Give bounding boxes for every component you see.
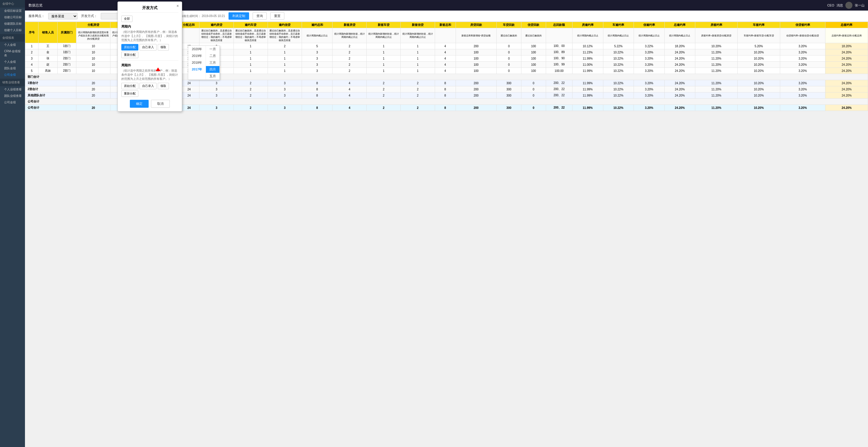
- th-house-back: 房贷回款: [456, 22, 496, 28]
- sidebar-item-personal[interactable]: 个人金绩: [0, 42, 25, 48]
- date-year-2020[interactable]: 2020年: [188, 46, 206, 53]
- modal-week-inside-btns: 原始分配 自己录入 领取 重新分配: [121, 44, 178, 58]
- date-month-col: 一月 二月 三月 四月 五月: [206, 46, 219, 79]
- th-car-overdue-rate: 车逾约率: [603, 22, 634, 28]
- th-new-credit: 新签信贷: [401, 22, 435, 28]
- modal-outside-btn-ziji[interactable]: 自己录入: [140, 83, 157, 89]
- th-house-sign-rate: 房签约率: [695, 22, 738, 28]
- modal-outside-btn-lingqu[interactable]: 领取: [158, 83, 169, 89]
- header-role: CEO: [827, 3, 834, 7]
- desc-new-car: 统计周期内新增的转道，统计周期内截止日止: [367, 28, 401, 43]
- date-month-3[interactable]: 三月: [206, 59, 219, 66]
- dev-mode-label: 开发方式：: [81, 14, 97, 18]
- sidebar-item-crm-report[interactable]: CRM-金绩报表: [0, 48, 25, 59]
- desc-credit-overdue-rate: 统计周期内截止日止: [634, 28, 665, 43]
- sidebar-item-create-company[interactable]: 创建公司目标: [0, 14, 25, 21]
- modal-cancel-btn[interactable]: 取消: [151, 100, 170, 108]
- date-month-5[interactable]: 五月: [206, 73, 219, 79]
- modal-week-outside-title: 周期外: [121, 63, 178, 68]
- th-car-back: 车贷回款: [497, 22, 521, 28]
- modal-close-btn[interactable]: ×: [177, 3, 179, 8]
- desc-total-back: [546, 28, 572, 43]
- date-month-2[interactable]: 二月: [206, 53, 219, 59]
- th-dept: 所属部门: [57, 22, 76, 43]
- header-right: CEO 消息 张一山: [827, 2, 865, 9]
- modal-all-btn[interactable]: 全部: [121, 15, 132, 22]
- th-overdue-credit: 逾约信贷: [268, 22, 302, 28]
- desc-overdue-house: 通过自己触发的，且是通过自动转道或手动录的，且已是新增但过：我的逾约：不考虑审核…: [199, 28, 234, 43]
- th-overdue-house: 逾约房贷: [199, 22, 234, 28]
- desc-overdue-total: 统计周期内截止日止: [302, 28, 333, 43]
- sidebar-item-personal-sales[interactable]: 个人业绩查看: [0, 86, 25, 93]
- date-year-2018[interactable]: 2018年: [188, 59, 206, 66]
- sidebar: 金绩中心 金绩目标设置 创建公司目标 创建团队目标 创建个人目标 金绩报表 个人…: [0, 0, 25, 111]
- header-name: 张一山: [855, 3, 865, 8]
- sidebar-group-report: 金绩报表 个人金绩 CRM-金绩报表 个人金绩 团队金绩 公司金绩: [0, 34, 25, 78]
- sidebar-item-target-setup[interactable]: 金绩目标设置: [0, 8, 25, 14]
- desc-new-house: 统计周期内新增的转道，统计周期内截止日止: [333, 28, 367, 43]
- sidebar-item-team[interactable]: 团队金绩: [0, 65, 25, 72]
- th-new-car: 新签车贷: [367, 22, 401, 28]
- btn-reset[interactable]: 重置: [270, 12, 284, 20]
- th-car-sign-rate: 车签约率: [738, 22, 780, 28]
- sidebar-group-title-sales[interactable]: 销售业绩查看: [0, 79, 25, 86]
- th-credit-overdue-rate: 信逾约率: [634, 22, 665, 28]
- service-net-label: 服务网点：: [29, 14, 45, 18]
- th-new-total: 新签总和: [435, 22, 456, 28]
- desc-house-overdue-rate: 统计周期内截止日止: [572, 28, 603, 43]
- sidebar-item-team-sales[interactable]: 团队业绩查看: [0, 93, 25, 99]
- desc-credit-sign-rate: 信贷签约率=新签信贷/分配信贷: [780, 28, 826, 43]
- modal-btn-lingqu[interactable]: 领取: [158, 44, 169, 50]
- sidebar-group-jiji: 金绩中心 金绩目标设置 创建公司目标 创建团队目标 创建个人目标: [0, 0, 25, 33]
- modal-week-inside-title: 周期内: [121, 24, 178, 29]
- modal-btn-chongxin[interactable]: 重新分配: [121, 51, 138, 58]
- modal-week-inside-desc: （统计选中周期内所有的客户，例：筛选条件选中【上月】、【视图-月度】，则统计的范…: [121, 30, 178, 42]
- service-net-select[interactable]: 服务渠道: [48, 13, 78, 20]
- th-alloc-house: 分配房贷: [76, 22, 111, 28]
- date-year-2019[interactable]: 2019年: [188, 53, 206, 59]
- th-seq: 序号: [25, 22, 38, 43]
- desc-credit-back: 通过自己触发的: [521, 28, 546, 43]
- sidebar-item-personal2[interactable]: 个人金绩: [0, 59, 25, 65]
- desc-new-total: [435, 28, 456, 43]
- desc-total-overdue-rate: 统计周期内截止日止: [664, 28, 695, 43]
- modal-week-outside-desc: （统计选中周期之前所有的客户，例：筛选条件选中【上月】、【视图-月度】，则统计的…: [121, 69, 178, 81]
- modal-btn-yuanshi[interactable]: 原始分配: [121, 44, 138, 50]
- modal-outside-btn-chongxin[interactable]: 重新分配: [121, 91, 138, 97]
- desc-overdue-car: 通过自己触发的，且是通过自动转道或手动录的，且已是新增但过：我的逾约：不考虑审核…: [234, 28, 268, 43]
- date-year-col: 2020年 2019年 2018年 2017年: [188, 46, 206, 79]
- date-month-4[interactable]: 四月: [206, 66, 219, 73]
- date-picker: 2020年 2019年 2018年 2017年 一月 二月 三月 四月 五月: [188, 45, 220, 80]
- desc-car-sign-rate: 车签约率=新签车贷/分配车贷: [738, 28, 780, 43]
- sidebar-group-title-jiji[interactable]: 金绩中心: [0, 0, 25, 8]
- desc-overdue-credit: 通过自己触发的，且是通过自动转道或手动录的，且已是新增但过：我的逾约：不考虑审核…: [268, 28, 302, 43]
- th-total-overdue-rate: 总逾约率: [664, 22, 695, 28]
- sidebar-item-create-team[interactable]: 创建团队目标: [0, 21, 25, 27]
- sidebar-group-title-report[interactable]: 金绩报表: [0, 34, 25, 42]
- gen-time: 表格生成时间： 2019-09-05 10:21: [180, 14, 225, 18]
- th-name: 销售人员: [38, 22, 58, 43]
- th-overdue-car: 逾约车贷: [234, 22, 268, 28]
- date-year-2017[interactable]: 2017年: [188, 66, 206, 73]
- btn-generate[interactable]: 利表定制: [228, 12, 249, 20]
- modal-week-outside-btns: 原始分配 自己录入 领取 重新分配: [121, 83, 178, 97]
- sidebar-item-company-sales[interactable]: 公司金绩: [0, 99, 25, 106]
- th-total-back: 总回款额: [546, 22, 572, 28]
- th-total-sign-rate: 总签约率: [826, 22, 868, 28]
- modal-btn-ziji[interactable]: 自己录入: [140, 44, 157, 50]
- th-overdue-total: 逾约总和: [302, 22, 333, 28]
- page-title: 数据总览: [29, 3, 42, 8]
- sidebar-group-sales: 销售业绩查看 个人业绩查看 团队业绩查看 公司金绩: [0, 79, 25, 106]
- sidebar-item-create-personal[interactable]: 创建个人目标: [0, 27, 25, 33]
- header-msg[interactable]: 消息: [837, 3, 843, 8]
- desc-house-back: 新签总和和新增各*房贷金额: [456, 28, 496, 43]
- btn-query[interactable]: 查询: [253, 12, 267, 20]
- th-new-house: 新签房贷: [333, 22, 367, 28]
- date-month-1[interactable]: 一月: [206, 46, 219, 53]
- desc-new-credit: 统计周期内新增的转道，统计周期内截止日止: [401, 28, 435, 43]
- modal-confirm-btn[interactable]: 确定: [130, 100, 149, 108]
- modal-outside-btn-yuanshi[interactable]: 原始分配: [121, 83, 138, 89]
- sidebar-item-company[interactable]: 公司金绩: [0, 72, 25, 78]
- red-arrow-indicator: [156, 68, 160, 71]
- desc-house-sign-rate: 房签约率=新签房贷/分配房贷: [695, 28, 738, 43]
